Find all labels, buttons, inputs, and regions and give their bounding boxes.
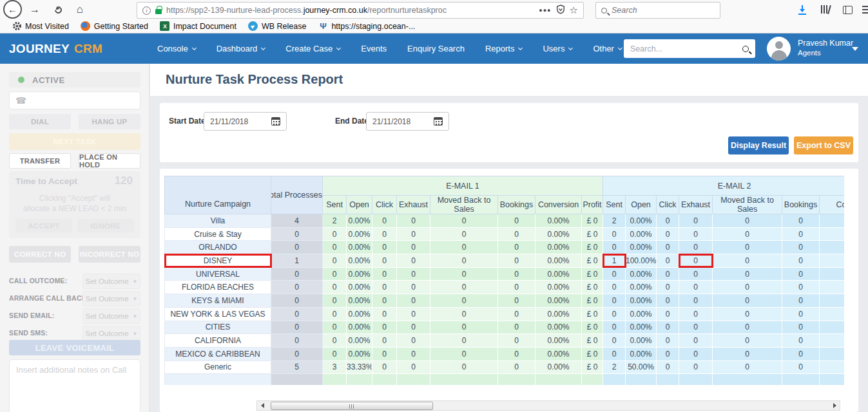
email1-cell: 0	[498, 334, 535, 348]
report-table-panel: Nurture CampaignTotal ProcessesE-MAIL 1E…	[160, 169, 858, 412]
email1-subheader: Profit	[582, 196, 603, 214]
shield-icon[interactable]	[556, 5, 565, 17]
calendar-icon[interactable]	[434, 117, 443, 126]
forward-button[interactable]: →	[27, 3, 43, 17]
app-logo[interactable]: JOURNEYCRM	[9, 33, 102, 64]
ignore-button[interactable]: IGNORE	[77, 219, 134, 232]
back-button[interactable]: ←	[3, 0, 22, 19]
nav-item-dashboard[interactable]: Dashboard	[206, 44, 276, 53]
outcome-dropdown[interactable]: Set Outcome▼	[82, 308, 140, 324]
email2-cell: 0	[713, 321, 782, 334]
nav-item-reports[interactable]: Reports	[475, 44, 533, 53]
email1-cell: 0	[397, 267, 430, 281]
correct-no-button[interactable]: CORRECT NO	[9, 246, 71, 263]
email1-cell: 0	[430, 227, 498, 241]
export-to-csv-button[interactable]: Export to CSV	[794, 136, 853, 154]
leave-voicemail-button[interactable]: LEAVE VOICEMAIL	[9, 340, 140, 355]
email2-cell-clipped	[820, 214, 844, 228]
email1-cell: 0.00%	[535, 347, 582, 360]
phone-number-input[interactable]: ☎	[9, 91, 140, 109]
dial-button[interactable]: DIAL	[9, 114, 71, 129]
email2-cell: 0	[782, 241, 820, 254]
email1-cell: 0	[372, 347, 397, 360]
horizontal-scrollbar[interactable]	[256, 400, 840, 411]
search-icon[interactable]	[742, 46, 749, 52]
campaign-cell: KEYS & MIAMI	[165, 294, 271, 308]
outcome-row: SEND SMS:Set Outcome▼	[9, 326, 140, 341]
refresh-button[interactable]	[50, 3, 66, 17]
scroll-right-arrow[interactable]	[829, 401, 840, 410]
bookmark-item[interactable]: Most Visited	[12, 21, 69, 32]
library-icon	[821, 5, 831, 14]
bookmark-item[interactable]: Getting Started	[81, 21, 148, 32]
browser-search-input[interactable]	[612, 6, 715, 15]
email2-cell-clipped	[820, 347, 844, 360]
email1-cell: 0	[498, 294, 535, 308]
email2-cell: 0	[713, 294, 782, 308]
email1-cell: 33.33%	[347, 360, 372, 374]
nav-item-users[interactable]: Users	[532, 44, 583, 53]
bookmark-star-icon[interactable]: ☆	[570, 6, 578, 15]
email2-cell: 0	[657, 307, 679, 321]
nav-item-enquiry-search[interactable]: Enquiry Search	[397, 44, 475, 53]
outcome-row: SEND EMAIL:Set Outcome▼	[9, 308, 140, 324]
display-result-button[interactable]: Display Result	[728, 136, 789, 154]
email1-cell: £ 0	[582, 254, 603, 268]
email2-cell: 0	[603, 281, 626, 294]
avatar[interactable]	[767, 37, 791, 61]
email2-cell: 0.00%	[626, 267, 657, 281]
overflow-menu-icon[interactable]: ●●●	[539, 7, 551, 14]
caret-down-icon: ▼	[133, 296, 138, 302]
sidebar-toggle-button[interactable]	[840, 3, 855, 17]
email2-cell: 0	[713, 254, 782, 268]
place-on-hold-button[interactable]: PLACE ON HOLD	[79, 153, 140, 169]
next-task-button[interactable]: NEXT TASK	[9, 133, 140, 150]
email2-cell: 0	[657, 241, 679, 254]
app-search-box[interactable]	[624, 39, 755, 58]
incorrect-no-button[interactable]: INCORRECT NO	[79, 246, 140, 263]
nav-item-console[interactable]: Console	[147, 44, 206, 53]
call-notes-textarea[interactable]	[9, 359, 140, 412]
nav-item-events[interactable]: Events	[351, 44, 397, 53]
accept-button[interactable]: ACCEPT	[15, 219, 72, 232]
email2-cell: 0	[713, 241, 782, 254]
email1-cell: 0	[372, 321, 397, 334]
app-menu-button[interactable]	[859, 3, 868, 17]
table-row: Generic5333.33%00000.00%£ 0250.00%0000	[165, 360, 845, 374]
browser-search-box[interactable]	[595, 2, 720, 19]
email1-cell: 0	[372, 241, 397, 254]
email2-subheader-clipped: Conversion	[836, 200, 844, 209]
email1-cell: 3	[323, 360, 347, 374]
email1-cell: 0	[430, 281, 498, 294]
gear-icon	[12, 21, 22, 32]
transfer-button[interactable]: TRANSFER	[9, 153, 71, 169]
bookmark-item[interactable]: Ψhttps://staging.ocean-...	[318, 21, 415, 32]
user-menu-caret-icon[interactable]	[852, 47, 858, 51]
hangup-button[interactable]: HANG UP	[79, 114, 140, 129]
email1-subheader: Exhaust	[397, 196, 430, 214]
nav-item-create-case[interactable]: Create Case	[275, 44, 351, 53]
bookmarks-bar: Most VisitedGetting StartedXImpact Docum…	[12, 19, 415, 33]
bookmark-item[interactable]: XImpact Document	[160, 21, 236, 32]
url-text: https://spp2-139-nurture-lead-process.jo…	[166, 6, 534, 15]
total-processes-column-header: Total Processes	[271, 176, 323, 214]
info-icon[interactable]: i	[142, 6, 151, 15]
outcome-dropdown[interactable]: Set Outcome▼	[82, 291, 140, 306]
library-button[interactable]	[818, 3, 834, 17]
scroll-left-arrow[interactable]	[257, 401, 267, 410]
email2-cell: 0	[713, 360, 782, 374]
email2-cell: 0	[657, 294, 679, 308]
bookmark-item[interactable]: WB Release	[248, 21, 306, 32]
outcome-dropdown[interactable]: Set Outcome▼	[82, 274, 140, 289]
scrollbar-thumb[interactable]	[271, 402, 433, 410]
app-search-input[interactable]	[630, 44, 742, 53]
url-bar[interactable]: i https://spp2-139-nurture-lead-process.…	[137, 2, 584, 19]
downloads-button[interactable]	[795, 3, 810, 17]
email1-cell: 0	[372, 227, 397, 241]
outcome-dropdown[interactable]: Set Outcome▼	[82, 326, 140, 341]
email1-cell: 0	[372, 334, 397, 348]
calendar-icon[interactable]	[271, 117, 280, 126]
total-processes-cell: 0	[271, 347, 323, 360]
home-button[interactable]: ⌂	[72, 3, 88, 17]
email2-cell: 0	[679, 241, 713, 254]
